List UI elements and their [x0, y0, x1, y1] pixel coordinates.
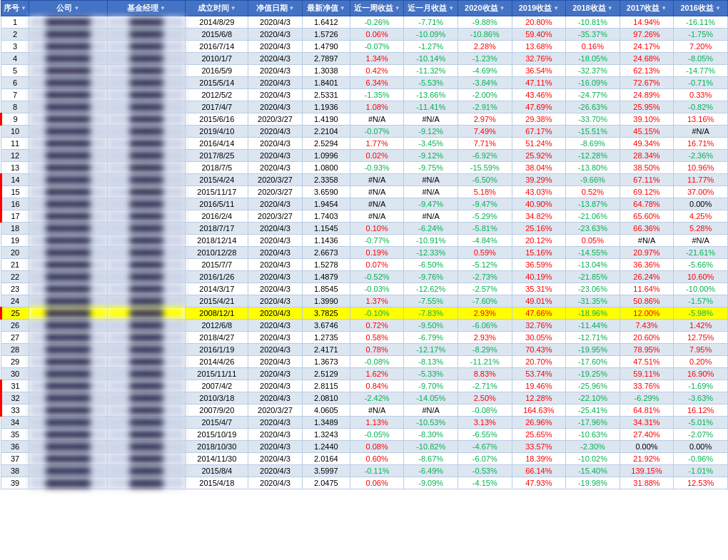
col-header-2020[interactable]: 2020收益 ▼	[457, 1, 512, 16]
table-row[interactable]: 39██████████████2015/4/182020/4/32.04750…	[1, 477, 728, 489]
table-row[interactable]: 36██████████████2018/10/302020/4/31.2440…	[1, 441, 728, 453]
table-row[interactable]: 6██████████████2015/5/142020/4/31.84016.…	[1, 77, 728, 89]
cell-2019-return: 25.65%	[512, 429, 566, 441]
table-row[interactable]: 34██████████████2015/4/72020/4/31.34891.…	[1, 417, 728, 429]
table-row[interactable]: 37██████████████2014/11/302020/4/32.0164…	[1, 453, 728, 465]
cell-2019-return: 40.19%	[512, 271, 566, 283]
cell-2018-return: 0.16%	[566, 41, 620, 53]
cell-2016-return: -5.66%	[674, 259, 728, 271]
cell-manager: ██████	[107, 417, 186, 429]
cell-2017-return: 21.92%	[620, 453, 674, 465]
table-row[interactable]: 22██████████████2016/1/262020/4/31.4879-…	[1, 271, 728, 283]
table-row[interactable]: 25██████████████2008/12/12020/4/33.7825-…	[1, 307, 728, 320]
cell-1w-return: 6.34%	[350, 77, 404, 89]
sort-icon-2016: ▼	[715, 5, 721, 11]
cell-nav: 2.4171	[302, 344, 350, 356]
cell-2020-return: -15.59%	[457, 162, 512, 174]
col-header-manager[interactable]: 基金经理 ▼	[107, 1, 186, 16]
table-row[interactable]: 28██████████████2016/1/192020/4/32.41710…	[1, 344, 728, 356]
table-row[interactable]: 29██████████████2014/4/262020/4/31.3673-…	[1, 356, 728, 368]
col-header-found[interactable]: 成立时间 ▼	[186, 1, 248, 16]
table-row[interactable]: 23██████████████2014/3/172020/4/31.8545-…	[1, 283, 728, 295]
col-header-nav-date[interactable]: 净值日期 ▼	[248, 1, 303, 16]
cell-nav: 1.4190	[302, 113, 350, 126]
table-row[interactable]: 14██████████████2015/4/242020/3/272.3358…	[1, 174, 728, 186]
table-row[interactable]: 2██████████████2015/6/82020/4/31.57260.0…	[1, 29, 728, 41]
table-row[interactable]: 3██████████████2016/7/142020/4/31.4790-0…	[1, 41, 728, 53]
table-row[interactable]: 18██████████████2018/7/172020/4/31.15450…	[1, 223, 728, 235]
table-row[interactable]: 30██████████████2015/11/112020/4/32.5129…	[1, 368, 728, 380]
cell-found-date: 2014/3/17	[186, 283, 248, 295]
col-header-seq[interactable]: 序号 ▼	[1, 1, 29, 16]
cell-found-date: 2016/5/11	[186, 198, 248, 210]
sort-icon-2019: ▼	[553, 5, 559, 11]
cell-2017-return: 0.00%	[620, 441, 674, 453]
cell-1m-return: -11.32%	[404, 65, 458, 77]
col-header-2016[interactable]: 2016收益 ▼	[674, 1, 728, 16]
cell-seq: 13	[1, 162, 29, 174]
cell-manager: ██████	[107, 162, 186, 174]
cell-manager: ██████	[107, 465, 186, 477]
cell-manager: ██████	[107, 404, 186, 417]
cell-2020-return: -3.84%	[457, 77, 512, 89]
table-row[interactable]: 19██████████████2018/12/142020/4/31.1436…	[1, 235, 728, 247]
table-row[interactable]: 11██████████████2016/4/142020/4/32.52941…	[1, 138, 728, 150]
table-row[interactable]: 27██████████████2018/4/272020/4/31.27350…	[1, 332, 728, 344]
table-row[interactable]: 5██████████████2016/5/92020/4/31.30380.4…	[1, 65, 728, 77]
cell-nav-date: 2020/4/3	[248, 417, 303, 429]
table-row[interactable]: 26██████████████2012/6/82020/4/33.67460.…	[1, 320, 728, 332]
cell-2016-return: -14.77%	[674, 65, 728, 77]
cell-manager: ██████	[107, 113, 186, 126]
cell-2020-return: -9.47%	[457, 198, 512, 210]
cell-nav: 1.1936	[302, 101, 350, 113]
table-row[interactable]: 8██████████████2017/4/72020/4/31.19361.0…	[1, 101, 728, 113]
table-row[interactable]: 24██████████████2015/4/212020/4/31.39901…	[1, 295, 728, 307]
table-row[interactable]: 35██████████████2015/10/192020/4/31.3243…	[1, 429, 728, 441]
table-row[interactable]: 38██████████████2015/8/42020/4/33.5997-0…	[1, 465, 728, 477]
cell-seq: 11	[1, 138, 29, 150]
table-row[interactable]: 31██████████████2007/4/22020/4/32.81150.…	[1, 380, 728, 392]
table-row[interactable]: 1██████████████2014/8/292020/4/31.6412-0…	[1, 16, 728, 29]
table-row[interactable]: 4██████████████2010/1/72020/4/32.78971.3…	[1, 53, 728, 65]
cell-nav: 2.2104	[302, 126, 350, 138]
cell-2017-return: 38.50%	[620, 162, 674, 174]
main-table-container[interactable]: 序号 ▼ 公司 ▼ 基金经理 ▼	[0, 0, 728, 560]
cell-seq: 19	[1, 235, 29, 247]
table-row[interactable]: 10██████████████2019/4/102020/4/32.2104-…	[1, 126, 728, 138]
cell-nav: 3.6590	[302, 186, 350, 198]
cell-2016-return: -2.07%	[674, 429, 728, 441]
cell-2018-return: -21.06%	[566, 210, 620, 223]
col-header-1m[interactable]: 近一月收益 ▼	[404, 1, 458, 16]
table-row[interactable]: 15██████████████2015/11/172020/3/273.659…	[1, 186, 728, 198]
col-header-2017[interactable]: 2017收益 ▼	[620, 1, 674, 16]
cell-2016-return: 0.00%	[674, 198, 728, 210]
cell-manager: ██████	[107, 429, 186, 441]
col-header-nav[interactable]: 最新净值 ▼	[302, 1, 350, 16]
cell-nav: 2.6673	[302, 247, 350, 259]
col-header-2018[interactable]: 2018收益 ▼	[566, 1, 620, 16]
cell-2017-return: 39.10%	[620, 113, 674, 126]
cell-manager: ██████	[107, 307, 186, 320]
col-header-1w[interactable]: 近一周收益 ▼	[350, 1, 404, 16]
table-row[interactable]: 7██████████████2012/5/22020/4/32.5331-1.…	[1, 89, 728, 101]
cell-2016-return: -0.96%	[674, 453, 728, 465]
col-header-company[interactable]: 公司 ▼	[29, 1, 108, 16]
cell-nav: 4.0605	[302, 404, 350, 417]
cell-2018-return: -11.44%	[566, 320, 620, 332]
cell-found-date: 2018/7/5	[186, 162, 248, 174]
table-row[interactable]: 20██████████████2010/12/282020/4/32.6673…	[1, 247, 728, 259]
cell-company: ████████	[29, 283, 108, 295]
table-row[interactable]: 9██████████████2015/6/162020/3/271.4190#…	[1, 113, 728, 126]
table-row[interactable]: 16██████████████2016/5/112020/4/31.9454#…	[1, 198, 728, 210]
cell-1w-return: -0.07%	[350, 126, 404, 138]
table-row[interactable]: 17██████████████2016/2/42020/3/271.7403#…	[1, 210, 728, 223]
cell-1m-return: -12.33%	[404, 247, 458, 259]
table-row[interactable]: 13██████████████2018/7/52020/4/31.0800-0…	[1, 162, 728, 174]
table-row[interactable]: 21██████████████2015/7/72020/4/31.52780.…	[1, 259, 728, 271]
col-header-2019[interactable]: 2019收益 ▼	[512, 1, 566, 16]
cell-2018-return: 0.52%	[566, 186, 620, 198]
table-row[interactable]: 33██████████████2007/9/202020/3/274.0605…	[1, 404, 728, 417]
table-row[interactable]: 32██████████████2010/3/182020/4/32.0810-…	[1, 392, 728, 404]
cell-manager: ██████	[107, 453, 186, 465]
table-row[interactable]: 12██████████████2017/8/252020/4/31.09960…	[1, 150, 728, 162]
